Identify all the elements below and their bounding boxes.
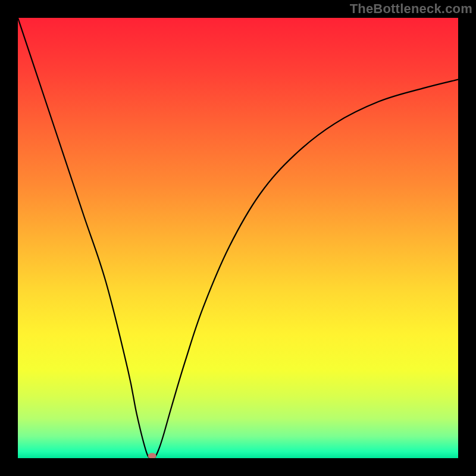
watermark-text: TheBottleneck.com (350, 1, 472, 17)
chart-frame: TheBottleneck.com (0, 0, 476, 476)
gradient-background (18, 18, 458, 458)
chart-svg (18, 18, 458, 458)
plot-area (18, 18, 458, 458)
